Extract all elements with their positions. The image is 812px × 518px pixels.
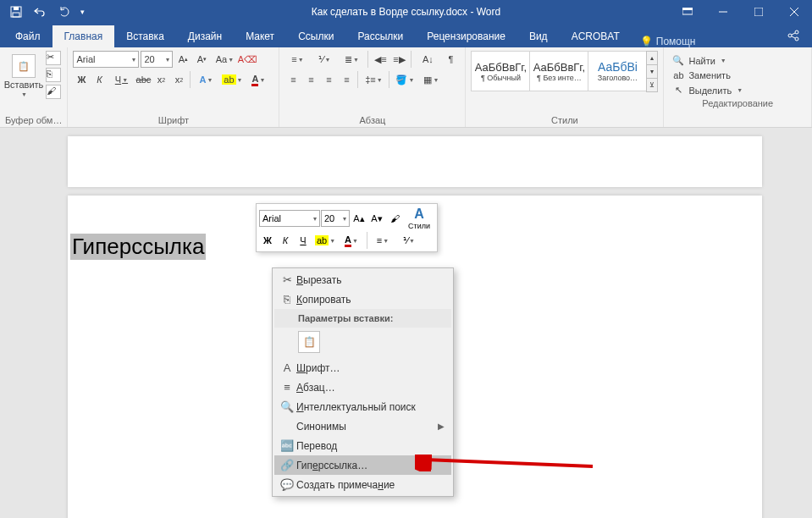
undo-button[interactable] [29,2,51,22]
ctx-paste-options-header: Параметры вставки: [274,309,451,328]
font-letter-icon: A [278,361,296,374]
align-center-button[interactable]: ≡ [302,71,319,88]
mini-bold[interactable]: Ж [259,232,276,249]
bold-button[interactable]: Ж [73,71,90,88]
qat-customize[interactable]: ▾ [76,2,88,22]
borders-button[interactable]: ▦▼ [418,71,444,88]
shrink-font-button[interactable]: A▾ [193,51,210,68]
paste-keep-source[interactable]: 📋 [298,331,320,353]
font-size-combo[interactable]: 20▾ [141,51,173,68]
ctx-paragraph[interactable]: ≡Абзац… [274,377,451,397]
mini-font-color[interactable]: A▼ [339,232,364,249]
paste-button[interactable]: 📋 Вставить ▼ [5,51,42,97]
bullets-button[interactable]: ≡▼ [284,51,310,68]
tab-design[interactable]: Дизайн [176,25,234,47]
tab-references[interactable]: Ссылки [286,25,345,47]
multilevel-button[interactable]: ≣▼ [339,51,364,68]
mini-size-combo[interactable]: 20▾ [321,210,350,227]
close-button[interactable] [776,0,812,24]
underline-label: Ч [115,74,121,85]
mini-shrink-font[interactable]: A▾ [368,210,385,227]
decrease-indent-button[interactable]: ◀≡ [372,51,389,68]
ctx-cut[interactable]: ✂Вырезать [274,270,451,289]
select-button[interactable]: ↖Выделить ▼ [669,84,806,96]
ribbon-display-button[interactable] [670,0,705,24]
style-heading1[interactable]: АаБбВіЗаголово… [588,51,647,91]
copy-button[interactable]: ⎘ [46,68,61,82]
context-menu: ✂Вырезать ⎘Копировать Параметры вставки:… [272,267,454,497]
page-previous-bottom[interactable] [68,136,762,187]
ctx-translate-label: Перевод [296,440,445,452]
tab-file[interactable]: Файл [3,25,52,47]
redo-button[interactable] [52,2,75,22]
justify-button[interactable]: ≡ [338,71,355,88]
font-name-value: Arial [76,54,95,64]
tab-insert[interactable]: Вставка [114,25,176,47]
style-normal[interactable]: АаБбВвГг,¶ Обычный [471,51,530,91]
ctx-copy[interactable]: ⎘Копировать [274,289,451,309]
font-name-combo[interactable]: Arial▾ [73,51,139,68]
line-spacing-button[interactable]: ‡≡▼ [361,71,386,88]
tell-me-search[interactable]: 💡 Помощн [632,36,704,47]
mini-italic[interactable]: К [277,232,294,249]
style-preview-3: АаБбВі [598,60,638,74]
ctx-smart-lookup[interactable]: 🔍Интеллектуальный поиск [274,397,451,416]
svg-point-10 [795,30,798,34]
paragraph-group-label: Абзац [284,113,460,126]
gallery-down[interactable]: ▾ [646,64,658,79]
show-marks-button[interactable]: ¶ [442,51,459,68]
shading-button[interactable]: 🪣▼ [392,71,417,88]
gallery-up[interactable]: ▴ [646,51,658,65]
mini-font-combo[interactable]: Arial▾ [259,210,320,227]
sort-button[interactable]: A↓ [415,51,440,68]
mini-underline[interactable]: Ч [295,232,312,249]
format-painter-button[interactable]: 🖌 [46,85,61,99]
find-button[interactable]: 🔍Найти ▼ [669,54,806,67]
tab-view[interactable]: Вид [517,25,560,47]
minimize-button[interactable] [705,0,741,24]
ctx-font[interactable]: AШрифт… [274,358,451,377]
ctx-synonyms[interactable]: Синонимы▶ [274,416,451,436]
tab-mailings[interactable]: Рассылки [345,25,415,47]
mini-numbering[interactable]: ⅟▼ [396,232,422,249]
cut-icon: ✂ [278,273,296,286]
align-right-button[interactable]: ≡ [320,71,337,88]
numbering-button[interactable]: ⅟▼ [312,51,337,68]
grow-font-button[interactable]: A▴ [174,51,191,68]
ctx-hyperlink[interactable]: 🔗Гиперссылка… [274,455,451,475]
maximize-button[interactable] [741,0,776,24]
tab-acrobat[interactable]: ACROBAT [560,25,632,47]
selected-text[interactable]: Гиперссылка [70,234,206,260]
ctx-new-comment[interactable]: 💬Создать примечание [274,475,451,494]
highlight-button[interactable]: ab▼ [219,71,245,88]
superscript-button[interactable]: x2 [170,71,187,88]
tab-home[interactable]: Главная [52,25,115,47]
clipboard-group-label: Буфер обм… [5,113,62,126]
replace-button[interactable]: abЗаменить [669,69,806,81]
save-button[interactable] [5,2,27,22]
tab-review[interactable]: Рецензирование [415,25,517,47]
tab-layout[interactable]: Макет [234,25,286,47]
mini-format-painter[interactable]: 🖌 [386,210,403,227]
hyperlink-icon: 🔗 [278,459,296,471]
style-no-spacing[interactable]: АаБбВвГг,¶ Без инте… [529,51,588,91]
underline-button[interactable]: Ч▼ [108,71,134,88]
gallery-more[interactable]: ⊻ [646,78,658,92]
mini-bullets[interactable]: ≡▼ [370,232,395,249]
clear-formatting-button[interactable]: A⌫ [239,51,256,68]
share-button[interactable] [775,24,812,47]
change-case-button[interactable]: Aa▼ [212,51,237,68]
italic-button[interactable]: К [91,71,108,88]
mini-grow-font[interactable]: A▴ [351,210,367,227]
increase-indent-button[interactable]: ≡▶ [390,51,407,68]
window-title: Как сделать в Ворде ссылку.docx - Word [312,6,500,18]
ctx-translate[interactable]: 🔤Перевод [274,436,451,455]
font-color-button[interactable]: A▼ [246,71,271,88]
mini-styles-button[interactable]: AСтили [404,207,434,230]
mini-highlight[interactable]: ab▼ [312,232,338,249]
strikethrough-button[interactable]: abc [135,71,152,88]
subscript-button[interactable]: x2 [152,71,169,88]
align-left-button[interactable]: ≡ [284,71,301,88]
cut-button[interactable]: ✂ [46,51,61,65]
text-effects-button[interactable]: A▼ [193,71,218,88]
